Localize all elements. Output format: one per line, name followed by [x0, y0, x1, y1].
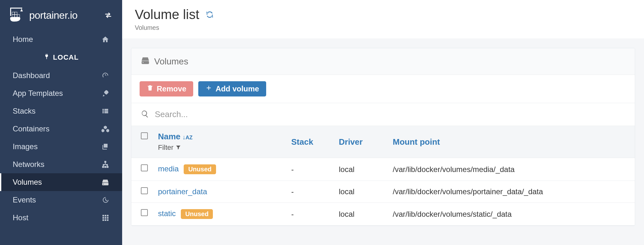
stack-cell: - [286, 181, 334, 203]
brand: portainer.io [0, 0, 122, 30]
nav-item-dashboard[interactable]: Dashboard [0, 67, 122, 84]
clone-icon [101, 142, 109, 151]
mount-cell: /var/lib/docker/volumes/static/_data [388, 203, 635, 226]
stack-cell: - [286, 158, 334, 181]
nav-item-home[interactable]: Home [0, 30, 122, 48]
driver-cell: local [334, 158, 388, 181]
nav-item-networks[interactable]: Networks [0, 156, 122, 173]
search-icon [141, 110, 149, 119]
nav-label: Events [13, 195, 36, 204]
nav-item-volumes[interactable]: Volumes [0, 173, 122, 191]
brand-name: portainer.io [29, 10, 77, 21]
table-row: staticUnused-local/var/lib/docker/volume… [131, 203, 635, 226]
toolbar: Remove Add volume [131, 75, 635, 103]
rocket-icon [101, 89, 109, 97]
driver-cell: local [334, 181, 388, 203]
hdd-icon [141, 56, 150, 67]
card-title: Volumes [154, 56, 188, 67]
stack-cell: - [286, 203, 334, 226]
volume-name-link[interactable]: static [158, 209, 176, 218]
list-icon [101, 107, 109, 115]
driver-cell: local [334, 203, 388, 226]
volumes-card: Volumes Remove Add volume [131, 48, 635, 226]
refresh-icon[interactable] [205, 10, 214, 19]
remove-label: Remove [157, 84, 186, 93]
select-all-checkbox[interactable] [141, 132, 148, 139]
table-row: mediaUnused-local/var/lib/docker/volumes… [131, 158, 635, 181]
volume-name-link[interactable]: portainer_data [158, 187, 207, 196]
unused-badge: Unused [181, 209, 213, 219]
nav: Home LOCAL Dashboard App Templates Stack… [0, 30, 122, 245]
svg-rect-0 [10, 8, 11, 16]
th-icon [101, 214, 109, 222]
svg-rect-1 [12, 12, 15, 15]
sidebar-toggle-icon[interactable] [104, 11, 113, 20]
col-stack[interactable]: Stack [286, 126, 334, 158]
mount-cell: /var/lib/docker/volumes/portainer_data/_… [388, 181, 635, 203]
volumes-table: Name↓AZ Filter Stack Driver Mount point … [131, 126, 635, 226]
nav-item-host[interactable]: Host [0, 209, 122, 227]
col-driver[interactable]: Driver [334, 126, 388, 158]
dashboard-icon [101, 71, 109, 80]
table-row: portainer_data-local/var/lib/docker/volu… [131, 181, 635, 203]
cubes-icon [101, 125, 109, 133]
row-checkbox[interactable] [141, 164, 148, 171]
row-checkbox[interactable] [141, 209, 148, 216]
nav-header-label: LOCAL [53, 53, 79, 62]
portainer-logo-icon [10, 8, 25, 23]
card-header: Volumes [131, 48, 635, 75]
sidebar: portainer.io Home LOCAL Dashboard App Te… [0, 0, 122, 245]
nav-item-app-templates[interactable]: App Templates [0, 84, 122, 102]
main-content: Volume list Volumes Volumes Remove Add [122, 0, 644, 245]
unused-badge: Unused [184, 164, 216, 174]
nav-item-stacks[interactable]: Stacks [0, 102, 122, 120]
nav-label: App Templates [13, 89, 63, 98]
nav-label: Images [13, 142, 38, 151]
nav-label: Home [13, 35, 33, 44]
row-checkbox[interactable] [141, 187, 148, 194]
add-volume-button[interactable]: Add volume [198, 81, 266, 96]
nav-label: Host [13, 213, 28, 222]
nav-label: Containers [13, 124, 49, 133]
nav-item-images[interactable]: Images [0, 138, 122, 156]
remove-button[interactable]: Remove [140, 81, 193, 96]
nav-header-local: LOCAL [0, 48, 122, 67]
sitemap-icon [101, 160, 109, 169]
svg-rect-3 [12, 15, 15, 17]
svg-rect-4 [15, 15, 17, 17]
add-label: Add volume [215, 84, 259, 93]
svg-rect-5 [17, 15, 20, 17]
plug-icon [43, 53, 50, 62]
page-title: Volume list [135, 7, 199, 22]
nav-label: Volumes [13, 178, 42, 187]
col-name[interactable]: Name↓AZ Filter [153, 126, 286, 158]
breadcrumb: Volumes [135, 24, 631, 31]
col-mount[interactable]: Mount point [388, 126, 635, 158]
trash-icon [147, 84, 154, 93]
nav-item-events[interactable]: Events [0, 191, 122, 209]
page-header: Volume list Volumes [122, 0, 644, 38]
sort-icon: ↓AZ [182, 134, 193, 141]
history-icon [101, 196, 109, 204]
plus-icon [205, 84, 212, 93]
hdd-icon [101, 178, 109, 186]
nav-label: Dashboard [13, 71, 50, 80]
nav-label: Networks [13, 160, 44, 169]
home-icon [101, 35, 109, 43]
filter-icon[interactable] [175, 144, 181, 152]
svg-rect-2 [15, 12, 17, 15]
search-input[interactable] [155, 109, 625, 119]
nav-item-containers[interactable]: Containers [0, 120, 122, 138]
volume-name-link[interactable]: media [158, 164, 179, 173]
mount-cell: /var/lib/docker/volumes/media/_data [388, 158, 635, 181]
search-row [131, 103, 635, 126]
nav-label: Stacks [13, 107, 36, 116]
